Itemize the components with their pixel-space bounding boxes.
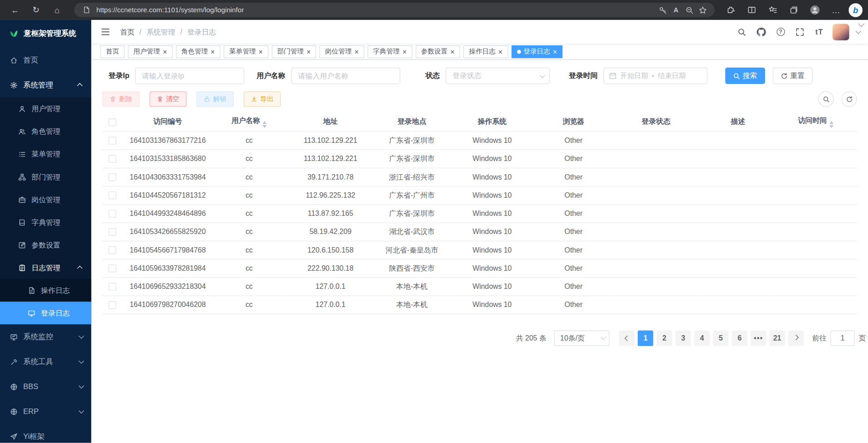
tab-role-mgmt[interactable]: 角色管理× bbox=[176, 45, 220, 58]
row-checkbox[interactable] bbox=[108, 265, 116, 273]
start-date-placeholder[interactable]: 开始日期 bbox=[620, 71, 648, 81]
sidebar-item-param-settings[interactable]: 参数设置 bbox=[0, 234, 91, 256]
close-icon[interactable]: × bbox=[163, 48, 167, 55]
collections-icon[interactable] bbox=[785, 2, 802, 18]
browser-refresh-button[interactable]: ↻ bbox=[28, 2, 44, 18]
close-icon[interactable]: × bbox=[211, 48, 215, 55]
row-checkbox[interactable] bbox=[108, 210, 116, 218]
row-checkbox[interactable] bbox=[108, 155, 116, 163]
date-range-picker[interactable]: 开始日期 - 结束日期 bbox=[603, 68, 707, 84]
status-select[interactable]: 登录状态 bbox=[445, 68, 549, 84]
unlock-button[interactable]: 解锁 bbox=[196, 91, 234, 107]
user-name-input[interactable] bbox=[291, 68, 400, 84]
close-icon[interactable]: × bbox=[450, 48, 454, 55]
split-screen-icon[interactable] bbox=[743, 2, 760, 18]
prev-page-button[interactable] bbox=[619, 330, 634, 346]
address-url[interactable]: https://ccnetcore.com:1101/system/log/lo… bbox=[96, 6, 653, 14]
sort-icon[interactable] bbox=[829, 122, 834, 128]
close-icon[interactable]: × bbox=[553, 48, 557, 55]
more-pages-button[interactable]: ••• bbox=[751, 330, 766, 346]
read-aloud-icon[interactable]: A bbox=[669, 4, 683, 16]
close-icon[interactable]: × bbox=[258, 48, 263, 55]
reset-button[interactable]: 重置 bbox=[773, 68, 813, 84]
user-avatar[interactable] bbox=[833, 24, 849, 40]
help-icon[interactable]: ? bbox=[775, 26, 787, 38]
delete-button[interactable]: 删除 bbox=[102, 91, 140, 107]
font-size-icon[interactable]: tT bbox=[813, 26, 825, 38]
favorite-add-icon[interactable] bbox=[696, 4, 709, 16]
page-size-select[interactable]: 10条/页 bbox=[554, 330, 610, 346]
sidebar-item-log-mgmt[interactable]: 日志管理 bbox=[0, 256, 91, 279]
sidebar-item-login-log[interactable]: 登录日志 bbox=[0, 302, 91, 324]
sidebar-item-home[interactable]: 首页 bbox=[0, 48, 91, 73]
key-icon[interactable] bbox=[656, 4, 669, 16]
sidebar-item-erp[interactable]: ERP bbox=[0, 399, 91, 424]
site-info-icon[interactable] bbox=[80, 4, 93, 16]
sidebar-item-menu-mgmt[interactable]: 菜单管理 bbox=[0, 143, 91, 166]
row-checkbox[interactable] bbox=[108, 137, 116, 145]
page-button-5[interactable]: 5 bbox=[713, 330, 728, 346]
sidebar-item-role-mgmt[interactable]: 角色管理 bbox=[0, 120, 91, 143]
close-icon[interactable]: × bbox=[498, 48, 502, 55]
bing-chat-icon[interactable]: b bbox=[848, 3, 863, 17]
select-all-checkbox[interactable] bbox=[108, 118, 116, 126]
page-button-1[interactable]: 1 bbox=[638, 330, 653, 346]
row-checkbox[interactable] bbox=[108, 283, 116, 291]
tab-home[interactable]: 首页 bbox=[100, 45, 125, 58]
page-button-21[interactable]: 21 bbox=[770, 330, 785, 346]
app-logo[interactable]: 意框架管理系统 bbox=[0, 20, 91, 48]
sort-icon[interactable] bbox=[263, 122, 267, 128]
row-checkbox[interactable] bbox=[108, 247, 116, 254]
sidebar-item-bbs[interactable]: BBS bbox=[0, 374, 91, 399]
tab-login-log[interactable]: 登录日志× bbox=[512, 45, 563, 58]
fullscreen-icon[interactable] bbox=[794, 26, 806, 38]
goto-page-input[interactable] bbox=[830, 330, 855, 346]
tab-menu-mgmt[interactable]: 菜单管理× bbox=[224, 45, 268, 58]
login-ip-input[interactable] bbox=[135, 68, 244, 84]
col-user-name[interactable]: 用户名称 bbox=[213, 113, 285, 131]
row-checkbox[interactable] bbox=[108, 301, 116, 309]
sidebar-item-user-mgmt[interactable]: 用户管理 bbox=[0, 97, 91, 120]
sidebar-item-system-tools[interactable]: 系统工具 bbox=[0, 349, 91, 374]
end-date-placeholder[interactable]: 结束日期 bbox=[658, 71, 686, 81]
page-button-6[interactable]: 6 bbox=[732, 330, 747, 346]
next-page-button[interactable] bbox=[788, 330, 804, 346]
profile-icon[interactable] bbox=[807, 2, 824, 18]
settings-more-icon[interactable]: … bbox=[828, 2, 844, 18]
tab-dict-mgmt[interactable]: 字典管理× bbox=[368, 45, 412, 58]
tab-post-mgmt[interactable]: 岗位管理× bbox=[320, 45, 364, 58]
address-bar[interactable]: https://ccnetcore.com:1101/system/log/lo… bbox=[74, 3, 715, 17]
row-checkbox[interactable] bbox=[108, 228, 116, 236]
avatar-caret-icon[interactable] bbox=[856, 28, 861, 34]
favorites-icon[interactable] bbox=[765, 2, 781, 18]
browser-back-button[interactable]: ← bbox=[7, 2, 24, 18]
search-submit-button[interactable]: 搜索 bbox=[725, 68, 765, 84]
page-button-4[interactable]: 4 bbox=[694, 330, 710, 346]
clear-button[interactable]: 清空 bbox=[150, 91, 187, 107]
page-button-2[interactable]: 2 bbox=[657, 330, 672, 346]
row-checkbox[interactable] bbox=[108, 192, 116, 200]
export-button[interactable]: 导出 bbox=[244, 91, 281, 107]
tab-operation-log[interactable]: 操作日志× bbox=[463, 45, 508, 58]
close-icon[interactable]: × bbox=[355, 48, 359, 55]
zoom-out-icon[interactable] bbox=[683, 4, 696, 16]
breadcrumb-home[interactable]: 首页 bbox=[120, 27, 135, 37]
page-button-3[interactable]: 3 bbox=[675, 330, 691, 346]
sidebar-item-post-mgmt[interactable]: 岗位管理 bbox=[0, 188, 91, 211]
toggle-search-button[interactable] bbox=[818, 91, 834, 107]
tab-user-mgmt[interactable]: 用户管理× bbox=[128, 45, 172, 58]
sidebar-item-system-mgmt[interactable]: 系统管理 bbox=[0, 73, 91, 97]
github-icon[interactable] bbox=[755, 26, 767, 38]
sidebar-item-system-monitor[interactable]: 系统监控 bbox=[0, 324, 91, 349]
collapse-sidebar-icon[interactable] bbox=[99, 26, 112, 38]
close-icon[interactable]: × bbox=[307, 48, 311, 55]
col-time[interactable]: 访问时间 bbox=[775, 113, 857, 131]
close-icon[interactable]: × bbox=[402, 48, 406, 55]
search-icon[interactable] bbox=[736, 26, 748, 38]
sidebar-item-dict-mgmt[interactable]: 字典管理 bbox=[0, 211, 91, 234]
sidebar-item-dept-mgmt[interactable]: 部门管理 bbox=[0, 166, 91, 188]
extensions-icon[interactable] bbox=[722, 2, 739, 18]
row-checkbox[interactable] bbox=[108, 173, 116, 181]
browser-home-button[interactable]: ⌂ bbox=[49, 2, 65, 18]
sidebar-item-operation-log[interactable]: 操作日志 bbox=[0, 279, 91, 302]
